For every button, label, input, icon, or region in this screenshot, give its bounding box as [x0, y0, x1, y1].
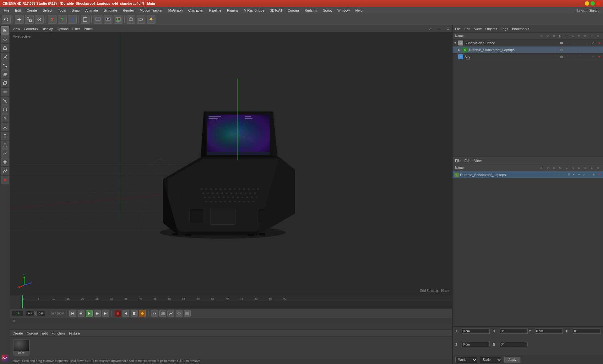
menu-pipeline[interactable]: Pipeline — [207, 8, 224, 13]
menu-file[interactable]: File — [1, 8, 12, 13]
menu-select[interactable]: Select — [40, 8, 55, 13]
menu-create[interactable]: Create — [24, 8, 40, 13]
object-mode-button[interactable] — [81, 15, 90, 24]
minimize-button[interactable] — [585, 1, 589, 6]
go-to-start-button[interactable] — [69, 310, 76, 317]
coord-b-value[interactable]: 0° — [500, 342, 528, 347]
tool-select[interactable] — [1, 26, 9, 35]
obj-row-laptop[interactable]: ▶ ⊞ Durable_Shockproof_Laptops · · · · ·… — [453, 46, 603, 53]
material-menu-texture[interactable]: Texture — [68, 331, 80, 335]
stop-button[interactable] — [131, 310, 138, 317]
menu-mograph[interactable]: MoGraph — [166, 8, 185, 13]
material-swatch-base[interactable]: Base — [13, 339, 30, 356]
tool-weld[interactable] — [1, 88, 9, 96]
next-frame-button[interactable] — [94, 310, 101, 317]
menu-tools[interactable]: Tools — [55, 8, 68, 13]
axis-z-button[interactable]: Z — [68, 15, 77, 24]
play-reverse-button[interactable] — [122, 310, 129, 317]
playhead-position[interactable]: 0 F — [12, 311, 23, 316]
viewport-settings-icon[interactable]: ⚙ — [446, 27, 450, 31]
go-to-end-button[interactable] — [102, 310, 109, 317]
coord-p-value[interactable]: 0° — [573, 329, 601, 334]
viewport-fullscreen-icon[interactable]: ⊡ — [437, 27, 441, 31]
motion-paths-button[interactable] — [184, 310, 191, 317]
menu-script[interactable]: Script — [320, 8, 334, 13]
start-frame-input[interactable] — [26, 311, 35, 316]
coord-z-position[interactable]: 0 cm — [462, 342, 490, 347]
menu-vray[interactable]: V-Ray Bridge — [242, 8, 267, 13]
scale-dropdown[interactable]: Scale — [480, 357, 502, 363]
previous-frame-button[interactable] — [78, 310, 84, 317]
undo-button[interactable] — [2, 15, 11, 24]
maximize-button[interactable] — [590, 1, 595, 6]
viewport-menu-view[interactable]: View — [13, 27, 20, 31]
close-button[interactable] — [596, 1, 600, 6]
obj-menu-file[interactable]: File — [455, 27, 461, 31]
attr-row-laptop[interactable]: L Durable_Shockproof_Laptops □ □ □ ☰ ● ⚙… — [453, 171, 603, 178]
loop-button[interactable] — [151, 310, 158, 317]
menu-3dtoall[interactable]: 3DToAll — [268, 8, 285, 13]
scale-tool-button[interactable] — [25, 15, 34, 24]
layout-value[interactable]: Startup — [589, 9, 599, 12]
light-button[interactable] — [147, 15, 155, 24]
obj-row-sky[interactable]: ○ Sky · · · · · ✓ ● — [453, 53, 603, 60]
viewport-canvas[interactable]: Y X Z Grid Spacing : 10 cm Perspective — [10, 33, 452, 295]
apply-button[interactable]: Apply — [504, 357, 520, 363]
rotate-tool-button[interactable] — [35, 15, 44, 24]
axis-y-button[interactable]: Y — [58, 15, 67, 24]
tool-magnet[interactable] — [1, 105, 9, 114]
tool-record[interactable] — [1, 176, 9, 184]
world-dropdown[interactable]: World — [455, 357, 477, 363]
tool-bridge[interactable] — [1, 62, 9, 70]
viewport-menu-display[interactable]: Display — [41, 27, 53, 31]
obj-menu-tags[interactable]: Tags — [501, 27, 508, 31]
menu-corona[interactable]: Corona — [285, 8, 302, 13]
tool-sculpt[interactable] — [1, 149, 9, 158]
timeline-track[interactable] — [10, 301, 452, 308]
axis-x-button[interactable]: X — [48, 15, 57, 24]
tool-move[interactable] — [1, 35, 9, 43]
menu-window[interactable]: Window — [335, 8, 352, 13]
perspective-view-button[interactable] — [127, 15, 135, 24]
coord-x-position[interactable]: 0 cm — [462, 329, 490, 334]
tool-grid[interactable] — [1, 158, 9, 166]
tool-bevel[interactable] — [1, 79, 9, 87]
tool-extrude[interactable] — [1, 70, 9, 78]
tool-smooth[interactable]: S — [1, 114, 9, 122]
menu-animate[interactable]: Animate — [83, 8, 100, 13]
curves-button[interactable] — [167, 310, 174, 317]
coord-y-position[interactable]: 0 cm — [535, 329, 563, 334]
tool-line-cut[interactable] — [1, 97, 9, 105]
tool-knife[interactable] — [1, 53, 9, 61]
viewport-resize-icon[interactable]: ⤢ — [429, 27, 432, 31]
coord-h-value[interactable]: 0° — [500, 329, 528, 334]
tool-spline[interactable] — [1, 167, 9, 175]
obj-row-subdivision[interactable]: ▼ ⬡ Subdivision Surface · · · · · ✓ — [453, 40, 603, 46]
menu-motion-tracker[interactable]: Motion Tracker — [137, 8, 165, 13]
play-button[interactable] — [86, 310, 93, 317]
menu-render[interactable]: Render — [120, 8, 137, 13]
viewport-menu-cameras[interactable]: Cameras — [24, 27, 38, 31]
menu-snap[interactable]: Snap — [69, 8, 82, 13]
menu-character[interactable]: Character — [186, 8, 206, 13]
viewport-menu-options[interactable]: Options — [57, 27, 68, 31]
menu-redshift[interactable]: Redshift — [302, 8, 320, 13]
auto-keyframe-button[interactable] — [176, 310, 182, 317]
render-picture-viewer-button[interactable] — [114, 15, 122, 24]
menu-help[interactable]: Help — [353, 8, 365, 13]
menu-edit[interactable]: Edit — [13, 8, 24, 13]
obj-menu-edit[interactable]: Edit — [464, 27, 470, 31]
material-menu-edit[interactable]: Edit — [42, 331, 48, 335]
viewport-menu-panel[interactable]: Panel — [84, 27, 93, 31]
attr-menu-view[interactable]: View — [474, 159, 482, 163]
record-button[interactable] — [114, 310, 121, 317]
attr-menu-edit[interactable]: Edit — [464, 159, 470, 163]
viewport[interactable]: View Cameras Display Options Filter Pane… — [10, 25, 452, 295]
tool-polygon[interactable] — [1, 44, 9, 52]
fps-input[interactable] — [36, 311, 45, 316]
move-tool-button[interactable] — [15, 15, 24, 24]
menu-plugins[interactable]: Plugins — [225, 8, 241, 13]
tool-paint[interactable] — [1, 132, 9, 140]
timecode-button[interactable] — [159, 310, 166, 317]
attr-menu-file[interactable]: File — [455, 159, 461, 163]
